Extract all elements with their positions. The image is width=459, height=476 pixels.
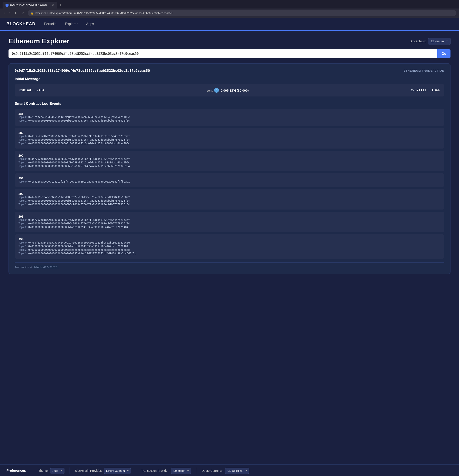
log-topic-line: Topic 0 0xddf252ad1be2c89b69c2b068fc378d… (18, 219, 441, 221)
log-event-item: 293 Topic 0 0xddf252ad1be2c89b69c2b068fc… (15, 212, 444, 232)
log-event-number: 288 (18, 112, 23, 115)
topic-value: 0xe1fffcc4923d04b559f4d29a8bfc6cda04eb5b… (28, 116, 130, 119)
bookmark-button[interactable]: ☆ (20, 10, 26, 16)
topic-value: 0x000000000000000000000000b1adcddb294103… (28, 226, 128, 229)
search-bar: Go (9, 49, 450, 58)
topic-value: 0xddf252ad1be2c89b69c2b068fc378daa952ba7… (28, 135, 130, 138)
tx-middle: sent Ξ 0.005 ETH ($0.000) (207, 88, 249, 93)
search-input[interactable] (9, 49, 437, 58)
address-bar[interactable]: 🔒 blockhead.info/explorer/ethereum/0x9d7… (28, 10, 457, 16)
topic-value: 0x000000000000000000000000b3c9669a570647… (28, 222, 130, 225)
tx-header: 0x9d7f15a2c3052df1fc174909cf4e78cd5252cc… (15, 69, 444, 73)
back-button[interactable]: ‹ (2, 10, 6, 16)
go-button[interactable]: Go (437, 49, 450, 58)
theme-select[interactable]: Auto Light Dark (50, 468, 64, 474)
log-topic-line: Topic 2 0x000000000000000000000000eeeeee… (18, 248, 441, 251)
log-events-section: 288 Topic 0 0xe1fffcc4923d04b559f4d29a8b… (15, 109, 444, 259)
reload-button[interactable]: ↻ (13, 10, 19, 16)
topic-label: Topic 1 (18, 245, 26, 248)
active-tab[interactable]: 0x9d7f15a2c3052df1fc174909... ✕ (2, 2, 57, 8)
topic-value: 0x000000000000000000000000b3c9669a570647… (28, 199, 130, 202)
provider-select[interactable]: Ethers Quorum Infura Alchemy (104, 468, 131, 474)
log-topic-line: Topic 1 0x000000000000000000000000f80758… (18, 161, 441, 164)
preferences-label: Preferences (6, 469, 26, 473)
log-topic-line: Topic 2 0x000000000000000000000000b3c966… (18, 165, 441, 168)
tx-provider-group: Transaction Provider: Etherspot Default (141, 468, 191, 474)
to-address[interactable]: 0x1111...F3ae (415, 88, 440, 92)
theme-label: Theme: (38, 469, 48, 472)
topic-label: Topic 1 (18, 222, 26, 225)
log-event-number: 294 (18, 238, 23, 241)
topic-label: Topic 2 (18, 142, 26, 145)
tx-footer: Transaction at block #12422526 (15, 263, 444, 269)
topic-label: Topic 1 (18, 161, 26, 164)
provider-label: Blockchain Provider: (75, 469, 102, 472)
log-event-number: 292 (18, 192, 23, 196)
nav-apps[interactable]: Apps (86, 18, 94, 30)
topic-value: 0xd78ad95fa46c994b6551d0da85fc275fe613ce… (28, 196, 130, 199)
blockchain-selector: Blockchain: Ethereum Bitcoin Polygon (410, 38, 450, 45)
log-topic-line: Topic 1 0x000000000000000000000000b3c966… (18, 199, 441, 202)
log-topic-line: Topic 2 0x000000000000000000000000b1adcd… (18, 226, 441, 229)
topic-label: Topic 3 (18, 252, 26, 255)
tab-close-button[interactable]: ✕ (52, 3, 54, 7)
divider-1 (33, 468, 33, 474)
quote-label: Quote Currency: (202, 469, 223, 472)
address-text: blockhead.info/explorer/ethereum/0x9d7f1… (35, 11, 453, 15)
log-event-item: 294 Topic 0 0x76af224a143865a50b41496e1a… (15, 234, 444, 259)
topic-value: 0x000000000000000000000000b3c9669a570647… (28, 203, 130, 206)
quote-select[interactable]: US Dollar ($) EUR (€) GBP (£) (225, 468, 249, 474)
tx-type-badge: ETHEREUM TRANSACTION (404, 69, 444, 72)
log-topic-line: Topic 1 0x000000000000000000000000b3c966… (18, 138, 441, 141)
divider-2 (70, 468, 70, 474)
tx-amount: 0.005 ETH ($0.000) (221, 89, 249, 92)
topic-value: 0x000000000000000000000000b3c9669a570647… (28, 119, 130, 122)
initial-message-title: Initial Message (15, 77, 444, 81)
tab-title: 0x9d7f15a2c3052df1fc174909... (10, 4, 50, 7)
amount-value: 0.005 (221, 89, 229, 92)
currency-label: ETH (230, 89, 236, 92)
topic-value: 0x000000000000000000000000b1adcddb294103… (28, 245, 128, 248)
browser-chrome: 0x9d7f15a2c3052df1fc174909... ✕ + ‹ › ↻ … (0, 0, 459, 18)
transaction-card: 0x9d7f15a2c3052df1fc174909cf4e78cd5252cc… (9, 63, 450, 274)
topic-label: Topic 1 (18, 199, 26, 202)
topic-label: Topic 2 (18, 226, 26, 229)
topic-label: Topic 0 (18, 157, 26, 161)
tx-provider-select[interactable]: Etherspot Default (171, 468, 191, 474)
quote-group: Quote Currency: US Dollar ($) EUR (€) GB… (202, 468, 249, 474)
blockchain-select[interactable]: Ethereum Bitcoin Polygon (428, 38, 450, 45)
page-title: Ethereum Explorer (9, 37, 69, 45)
new-tab-button[interactable]: + (58, 2, 64, 8)
to-section: to 0x1111...F3ae (411, 88, 440, 92)
nav-portfolio[interactable]: Portfolio (44, 18, 57, 30)
forward-button[interactable]: › (8, 10, 11, 16)
brand-logo[interactable]: BLOCKHEAD (6, 18, 35, 31)
tx-hash: 0x9d7f15a2c3052df1fc174909cf4e78cd5252cc… (15, 69, 150, 73)
lock-icon: 🔒 (31, 12, 34, 15)
topic-label: Topic 2 (18, 165, 26, 168)
topic-label: Topic 2 (18, 248, 26, 251)
provider-group: Blockchain Provider: Ethers Quorum Infur… (75, 468, 131, 474)
topic-value: 0x1c411e9a96e071241c2f21f7726b17ae89e3ca… (28, 180, 130, 183)
log-topic-line: Topic 2 0x000000000000000000000000b3c966… (18, 203, 441, 206)
footer-text: Transaction at (15, 266, 32, 269)
topic-value: 0x000000000000000000000000b3c9669a570647… (28, 165, 130, 168)
tab-bar: 0x9d7f15a2c3052df1fc174909... ✕ + (0, 0, 459, 8)
topic-label: Topic 0 (18, 135, 26, 138)
nav-explorer[interactable]: Explorer (65, 18, 78, 30)
log-event-item: 289 Topic 0 0xddf252ad1be2c89b69c2b068fc… (15, 128, 444, 149)
divider-3 (136, 468, 136, 474)
sent-label: sent (207, 89, 212, 92)
log-topic-line: Topic 3 0x000000000000000000000000000057… (18, 252, 441, 255)
blockchain-label: Blockchain: (410, 39, 426, 43)
theme-group: Theme: Auto Light Dark (38, 468, 64, 474)
topic-label: Topic 0 (18, 241, 26, 244)
log-topic-line: Topic 1 0x000000000000000000000000b3c966… (18, 119, 441, 122)
log-event-item: 292 Topic 0 0xd78ad95fa46c994b6551d0da85… (15, 189, 444, 210)
block-link[interactable]: block #12422526 (33, 265, 59, 269)
app-nav: BLOCKHEAD Portfolio Explorer Apps (0, 18, 459, 31)
log-topic-line: Topic 0 0x1c411e9a96e071241c2f21f7726b17… (18, 180, 441, 183)
from-address[interactable]: 0xB1Ad...9484 (19, 88, 44, 92)
log-event-number: 291 (18, 177, 23, 180)
log-event-number: 289 (18, 131, 23, 135)
